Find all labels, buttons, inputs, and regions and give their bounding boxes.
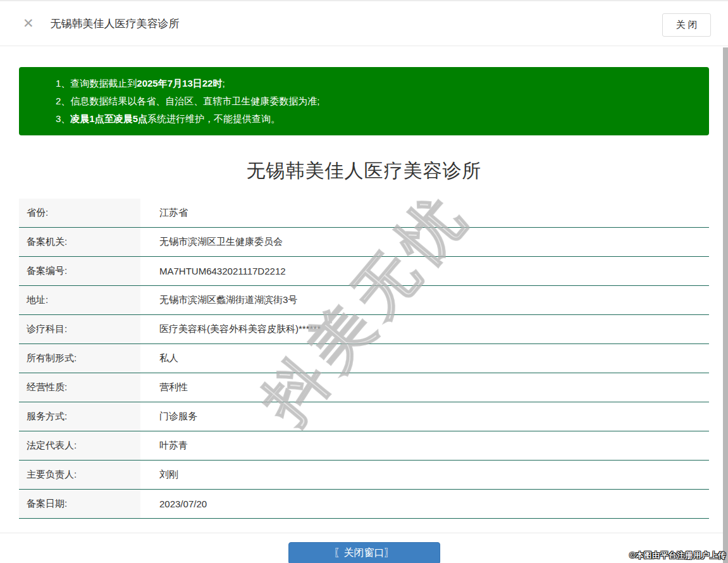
table-row-province: 省份: 江苏省 bbox=[19, 199, 709, 228]
row-value: 江苏省 bbox=[140, 199, 188, 227]
row-label: 备案机关: bbox=[19, 228, 140, 256]
table-row-legal-representative: 法定代表人: 叶苏青 bbox=[19, 431, 709, 461]
row-label: 省份: bbox=[19, 199, 140, 227]
row-label: 服务方式: bbox=[19, 402, 140, 431]
row-value: 私人 bbox=[140, 344, 178, 373]
row-value: MA7HTUM6432021117D2212 bbox=[140, 257, 286, 285]
table-row-filing-date: 备案日期: 2023/07/20 bbox=[19, 490, 709, 519]
footer: 〖关闭窗口〗 bbox=[0, 533, 728, 563]
close-window-button[interactable]: 〖关闭窗口〗 bbox=[288, 542, 440, 563]
table-row-business-nature: 经营性质: 营利性 bbox=[19, 373, 709, 402]
row-label: 地址: bbox=[19, 286, 140, 314]
table-row-treatment-subjects: 诊疗科目: 医疗美容科(美容外科美容皮肤科)****** bbox=[19, 315, 709, 344]
row-value: 无锡市滨湖区蠡湖街道湖滨街3号 bbox=[140, 286, 297, 314]
row-value: 门诊服务 bbox=[140, 402, 197, 431]
header-title: 无锡韩美佳人医疗美容诊所 bbox=[51, 16, 180, 31]
row-value: 营利性 bbox=[140, 373, 188, 402]
notice-line: 2、信息数据结果以各省、自治区、直辖市卫生健康委数据为准; bbox=[56, 92, 696, 110]
close-button[interactable]: 关 闭 bbox=[662, 13, 711, 37]
header-bar: ✕ 无锡韩美佳人医疗美容诊所 关 闭 bbox=[0, 1, 728, 46]
info-table: 省份: 江苏省 备案机关: 无锡市滨湖区卫生健康委员会 备案编号: MA7HTU… bbox=[19, 199, 709, 519]
content-area: 1、查询数据截止到2025年7月13日22时; 2、信息数据结果以各省、自治区、… bbox=[0, 67, 728, 519]
row-label: 诊疗科目: bbox=[19, 315, 140, 343]
row-label: 主要负责人: bbox=[19, 461, 140, 489]
close-x-icon[interactable]: ✕ bbox=[23, 17, 34, 30]
row-value: 叶苏青 bbox=[140, 431, 188, 460]
table-row-filing-authority: 备案机关: 无锡市滨湖区卫生健康委员会 bbox=[19, 228, 709, 257]
row-value: 2023/07/20 bbox=[140, 490, 207, 518]
table-row-address: 地址: 无锡市滨湖区蠡湖街道湖滨街3号 bbox=[19, 286, 709, 315]
row-value: 医疗美容科(美容外科美容皮肤科)****** bbox=[140, 315, 321, 343]
notice-banner: 1、查询数据截止到2025年7月13日22时; 2、信息数据结果以各省、自治区、… bbox=[19, 67, 709, 135]
row-value: 无锡市滨湖区卫生健康委员会 bbox=[140, 228, 283, 256]
notice-line: 3、凌晨1点至凌晨5点系统进行维护，不能提供查询。 bbox=[56, 110, 696, 128]
row-label: 所有制形式: bbox=[19, 344, 140, 373]
notice-line: 1、查询数据截止到2025年7月13日22时; bbox=[56, 75, 696, 92]
row-label: 法定代表人: bbox=[19, 431, 140, 460]
table-row-ownership-form: 所有制形式: 私人 bbox=[19, 344, 709, 373]
row-label: 备案编号: bbox=[19, 257, 140, 285]
table-row-principal: 主要负责人: 刘刚 bbox=[19, 461, 709, 490]
row-label: 备案日期: bbox=[19, 490, 140, 518]
copyright-overlay: ©本图由平台注册用户上传 bbox=[629, 550, 726, 561]
table-row-filing-number: 备案编号: MA7HTUM6432021117D2212 bbox=[19, 257, 709, 286]
row-label: 经营性质: bbox=[19, 373, 140, 402]
page-title: 无锡韩美佳人医疗美容诊所 bbox=[19, 158, 709, 184]
row-value: 刘刚 bbox=[140, 461, 178, 489]
table-row-service-mode: 服务方式: 门诊服务 bbox=[19, 402, 709, 431]
page: ✕ 无锡韩美佳人医疗美容诊所 关 闭 1、查询数据截止到2025年7月13日22… bbox=[0, 0, 728, 563]
